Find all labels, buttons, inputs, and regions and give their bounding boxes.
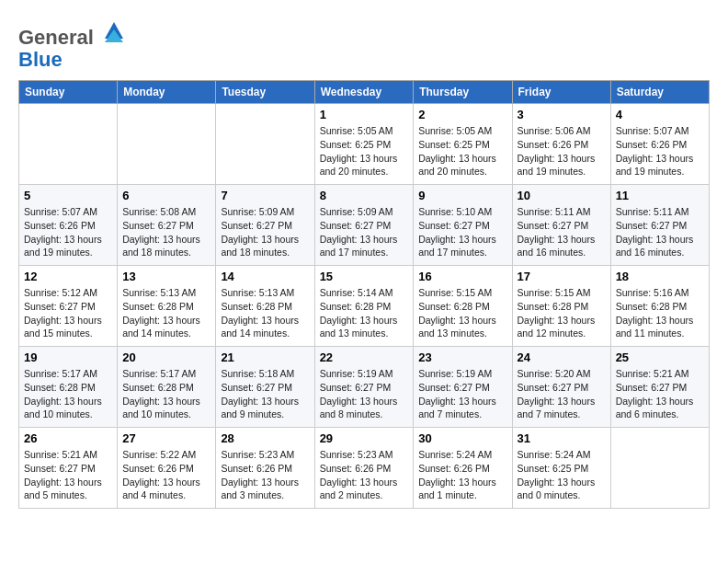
day-number: 9 — [418, 189, 506, 202]
col-header-wednesday: Wednesday — [314, 81, 414, 104]
calendar-cell — [610, 428, 709, 509]
day-info: Sunrise: 5:13 AM Sunset: 6:28 PM Dayligh… — [221, 286, 309, 340]
calendar-cell: 18Sunrise: 5:16 AM Sunset: 6:28 PM Dayli… — [610, 266, 709, 347]
calendar-cell: 25Sunrise: 5:21 AM Sunset: 6:27 PM Dayli… — [610, 347, 709, 428]
day-number: 6 — [122, 189, 210, 202]
day-number: 8 — [320, 189, 409, 202]
calendar-cell — [118, 104, 216, 185]
day-info: Sunrise: 5:21 AM Sunset: 6:27 PM Dayligh… — [24, 448, 112, 502]
calendar-cell: 24Sunrise: 5:20 AM Sunset: 6:27 PM Dayli… — [512, 347, 610, 428]
day-number: 7 — [221, 189, 309, 202]
day-info: Sunrise: 5:11 AM Sunset: 6:27 PM Dayligh… — [518, 205, 606, 259]
day-info: Sunrise: 5:12 AM Sunset: 6:27 PM Dayligh… — [24, 286, 112, 340]
calendar-cell: 12Sunrise: 5:12 AM Sunset: 6:27 PM Dayli… — [19, 266, 118, 347]
col-header-monday: Monday — [118, 81, 216, 104]
day-info: Sunrise: 5:10 AM Sunset: 6:27 PM Dayligh… — [418, 205, 506, 259]
calendar-cell: 3Sunrise: 5:06 AM Sunset: 6:26 PM Daylig… — [512, 104, 610, 185]
col-header-thursday: Thursday — [414, 81, 512, 104]
day-info: Sunrise: 5:20 AM Sunset: 6:27 PM Dayligh… — [518, 367, 606, 421]
day-number: 3 — [518, 108, 606, 121]
day-number: 25 — [616, 350, 704, 364]
day-number: 22 — [320, 350, 409, 364]
day-number: 11 — [616, 189, 704, 202]
day-info: Sunrise: 5:24 AM Sunset: 6:25 PM Dayligh… — [518, 448, 606, 502]
day-info: Sunrise: 5:19 AM Sunset: 6:27 PM Dayligh… — [320, 367, 409, 421]
day-info: Sunrise: 5:05 AM Sunset: 6:25 PM Dayligh… — [320, 124, 409, 178]
day-number: 27 — [122, 431, 210, 445]
calendar-cell: 19Sunrise: 5:17 AM Sunset: 6:28 PM Dayli… — [19, 347, 118, 428]
day-number: 24 — [518, 350, 606, 364]
day-info: Sunrise: 5:06 AM Sunset: 6:26 PM Dayligh… — [518, 124, 606, 178]
calendar-cell: 13Sunrise: 5:13 AM Sunset: 6:28 PM Dayli… — [118, 266, 216, 347]
day-info: Sunrise: 5:09 AM Sunset: 6:27 PM Dayligh… — [320, 205, 409, 259]
calendar-cell: 9Sunrise: 5:10 AM Sunset: 6:27 PM Daylig… — [414, 185, 512, 266]
day-info: Sunrise: 5:07 AM Sunset: 6:26 PM Dayligh… — [24, 205, 112, 259]
day-info: Sunrise: 5:23 AM Sunset: 6:26 PM Dayligh… — [320, 448, 409, 502]
day-info: Sunrise: 5:18 AM Sunset: 6:27 PM Dayligh… — [221, 367, 309, 421]
day-info: Sunrise: 5:19 AM Sunset: 6:27 PM Dayligh… — [418, 367, 506, 421]
day-info: Sunrise: 5:15 AM Sunset: 6:28 PM Dayligh… — [418, 286, 506, 340]
logo: General Blue — [18, 18, 127, 71]
day-number: 19 — [24, 350, 112, 364]
day-info: Sunrise: 5:08 AM Sunset: 6:27 PM Dayligh… — [122, 205, 210, 259]
calendar-cell: 1Sunrise: 5:05 AM Sunset: 6:25 PM Daylig… — [314, 104, 414, 185]
day-number: 4 — [616, 108, 704, 121]
calendar-cell: 31Sunrise: 5:24 AM Sunset: 6:25 PM Dayli… — [512, 428, 610, 509]
day-info: Sunrise: 5:22 AM Sunset: 6:26 PM Dayligh… — [122, 448, 210, 502]
calendar-cell: 17Sunrise: 5:15 AM Sunset: 6:28 PM Dayli… — [512, 266, 610, 347]
day-number: 5 — [24, 189, 112, 202]
logo-blue: Blue — [18, 48, 63, 71]
calendar-cell: 10Sunrise: 5:11 AM Sunset: 6:27 PM Dayli… — [512, 185, 610, 266]
day-number: 15 — [320, 270, 409, 283]
calendar-cell: 14Sunrise: 5:13 AM Sunset: 6:28 PM Dayli… — [216, 266, 314, 347]
calendar-cell: 28Sunrise: 5:23 AM Sunset: 6:26 PM Dayli… — [216, 428, 314, 509]
day-number: 23 — [418, 350, 506, 364]
calendar-cell: 29Sunrise: 5:23 AM Sunset: 6:26 PM Dayli… — [314, 428, 414, 509]
day-number: 30 — [418, 431, 506, 445]
day-number: 16 — [418, 270, 506, 283]
calendar-cell — [216, 104, 314, 185]
calendar-cell: 5Sunrise: 5:07 AM Sunset: 6:26 PM Daylig… — [19, 185, 118, 266]
calendar-cell: 11Sunrise: 5:11 AM Sunset: 6:27 PM Dayli… — [610, 185, 709, 266]
day-info: Sunrise: 5:15 AM Sunset: 6:28 PM Dayligh… — [518, 286, 606, 340]
day-info: Sunrise: 5:05 AM Sunset: 6:25 PM Dayligh… — [418, 124, 506, 178]
calendar-cell: 30Sunrise: 5:24 AM Sunset: 6:26 PM Dayli… — [414, 428, 512, 509]
day-info: Sunrise: 5:24 AM Sunset: 6:26 PM Dayligh… — [418, 448, 506, 502]
day-number: 10 — [518, 189, 606, 202]
day-number: 12 — [24, 270, 112, 283]
day-number: 18 — [616, 270, 704, 283]
day-number: 28 — [221, 431, 309, 445]
day-info: Sunrise: 5:09 AM Sunset: 6:27 PM Dayligh… — [221, 205, 309, 259]
day-number: 14 — [221, 270, 309, 283]
day-number: 20 — [122, 350, 210, 364]
day-info: Sunrise: 5:17 AM Sunset: 6:28 PM Dayligh… — [24, 367, 112, 421]
day-info: Sunrise: 5:13 AM Sunset: 6:28 PM Dayligh… — [122, 286, 210, 340]
calendar-cell: 22Sunrise: 5:19 AM Sunset: 6:27 PM Dayli… — [314, 347, 414, 428]
day-info: Sunrise: 5:07 AM Sunset: 6:26 PM Dayligh… — [616, 124, 704, 178]
col-header-friday: Friday — [512, 81, 610, 104]
col-header-sunday: Sunday — [19, 81, 118, 104]
day-number: 21 — [221, 350, 309, 364]
col-header-tuesday: Tuesday — [216, 81, 314, 104]
calendar-cell: 6Sunrise: 5:08 AM Sunset: 6:27 PM Daylig… — [118, 185, 216, 266]
calendar-cell: 23Sunrise: 5:19 AM Sunset: 6:27 PM Dayli… — [414, 347, 512, 428]
day-info: Sunrise: 5:23 AM Sunset: 6:26 PM Dayligh… — [221, 448, 309, 502]
calendar-cell: 15Sunrise: 5:14 AM Sunset: 6:28 PM Dayli… — [314, 266, 414, 347]
calendar-cell: 27Sunrise: 5:22 AM Sunset: 6:26 PM Dayli… — [118, 428, 216, 509]
calendar-cell: 16Sunrise: 5:15 AM Sunset: 6:28 PM Dayli… — [414, 266, 512, 347]
calendar-cell: 4Sunrise: 5:07 AM Sunset: 6:26 PM Daylig… — [610, 104, 709, 185]
logo-general: General — [18, 26, 94, 49]
day-info: Sunrise: 5:14 AM Sunset: 6:28 PM Dayligh… — [320, 286, 409, 340]
day-info: Sunrise: 5:16 AM Sunset: 6:28 PM Dayligh… — [616, 286, 704, 340]
day-number: 31 — [518, 431, 606, 445]
logo-icon — [101, 18, 127, 44]
calendar-cell: 7Sunrise: 5:09 AM Sunset: 6:27 PM Daylig… — [216, 185, 314, 266]
calendar-cell: 2Sunrise: 5:05 AM Sunset: 6:25 PM Daylig… — [414, 104, 512, 185]
day-number: 13 — [122, 270, 210, 283]
day-number: 26 — [24, 431, 112, 445]
calendar-cell — [19, 104, 118, 185]
day-info: Sunrise: 5:11 AM Sunset: 6:27 PM Dayligh… — [616, 205, 704, 259]
calendar-cell: 8Sunrise: 5:09 AM Sunset: 6:27 PM Daylig… — [314, 185, 414, 266]
col-header-saturday: Saturday — [610, 81, 709, 104]
calendar-table: SundayMondayTuesdayWednesdayThursdayFrid… — [18, 80, 710, 509]
